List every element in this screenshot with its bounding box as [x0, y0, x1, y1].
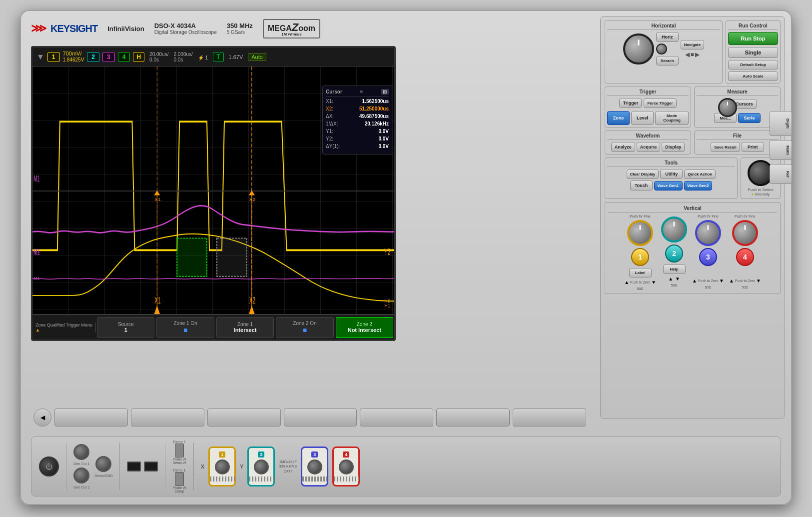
ch4-down[interactable]: ▼: [756, 278, 761, 284]
horiz-btn[interactable]: Horiz: [656, 32, 679, 42]
svg-text:Y1: Y1: [384, 303, 390, 308]
gen-out1-label: Gen Out 1: [73, 462, 89, 466]
digiti-btn[interactable]: Digiti: [770, 111, 792, 136]
trigger-btn[interactable]: Trigger: [619, 98, 642, 108]
trigger-measure-row: Trigger Trigger Force Trigger Zone Level…: [605, 86, 781, 128]
ch4-badge[interactable]: 4: [118, 52, 130, 62]
zone1-on-btn[interactable]: Zone 1 On ■: [156, 317, 214, 338]
ch2-badge[interactable]: 2: [87, 52, 99, 62]
math-btn[interactable]: Math: [770, 140, 792, 160]
ch1-teeth: [210, 476, 235, 482]
svg-text:X2: X2: [249, 196, 255, 202]
print-btn[interactable]: Print: [742, 142, 764, 152]
search-btn[interactable]: Search: [656, 56, 679, 66]
default-setup-btn[interactable]: Default Setup: [728, 60, 778, 70]
ch3-badge[interactable]: 3: [102, 52, 115, 62]
auto-scale-btn[interactable]: Auto Scale: [728, 72, 778, 81]
nav-left[interactable]: ◀: [685, 51, 690, 58]
ch4-pos-knob[interactable]: [732, 220, 758, 246]
softkey-3[interactable]: [207, 408, 281, 426]
acquire-btn[interactable]: Acquire: [637, 142, 661, 152]
save-recall-btn[interactable]: Save Recall: [711, 142, 740, 152]
navigate-btn[interactable]: Navigate: [681, 40, 704, 50]
run-stop-btn[interactable]: Run Stop: [728, 32, 778, 45]
force-trigger-btn[interactable]: Force Trigger: [644, 98, 676, 108]
cursor-dx-row: ΔX: 49.687500us: [326, 114, 389, 119]
back-btn[interactable]: ◀: [33, 408, 51, 426]
ch1-down[interactable]: ▼: [651, 280, 656, 285]
demo2-btn[interactable]: [175, 444, 184, 458]
utility-btn[interactable]: Utility: [660, 169, 683, 179]
zone-btn[interactable]: Zone: [607, 111, 630, 125]
usb-port2[interactable]: [144, 462, 158, 472]
ch2-btn[interactable]: 2: [665, 244, 683, 262]
wave-gen1-btn[interactable]: Wave Gen1: [654, 181, 683, 190]
ch3-down[interactable]: ▼: [719, 278, 724, 284]
softkey-5[interactable]: [360, 408, 433, 426]
ch2-down[interactable]: ▼: [675, 276, 680, 282]
menu-up-arrow[interactable]: ▲: [35, 328, 92, 332]
power-btn[interactable]: ⏻: [39, 456, 59, 476]
analyze-btn[interactable]: Analyze: [611, 142, 635, 152]
touch-btn[interactable]: Touch: [630, 180, 653, 190]
x-label: X: [201, 464, 204, 470]
ch4-bnc[interactable]: 4: [332, 446, 360, 486]
ch3-port[interactable]: [307, 460, 322, 474]
level-btn[interactable]: Level: [631, 111, 654, 125]
ch1-port[interactable]: [215, 460, 230, 474]
serie-btn[interactable]: Serie: [738, 113, 761, 123]
search-knob[interactable]: [656, 44, 667, 54]
intensity-label: Push to Select● Intensity: [748, 188, 774, 196]
wave-gen2-btn[interactable]: Wave Gen2: [684, 181, 713, 190]
ch2-bnc[interactable]: 2: [247, 446, 275, 486]
zone2-type-btn[interactable]: Zone 2 Not Intersect: [336, 317, 393, 338]
usb-port1[interactable]: [127, 462, 141, 472]
single-btn[interactable]: Single: [728, 47, 778, 58]
label-btn[interactable]: Label: [629, 268, 652, 278]
clear-display-btn[interactable]: Clear Display: [627, 170, 659, 179]
nav-stop[interactable]: ■: [691, 51, 694, 58]
ch1-bnc[interactable]: 1: [208, 446, 236, 486]
ch2-up[interactable]: ▲: [668, 276, 673, 282]
source-menu-btn[interactable]: Source 1: [97, 317, 154, 338]
quick-action-btn[interactable]: Quick Action: [684, 170, 716, 179]
zone1-type-btn[interactable]: Zone 1 Intersect: [216, 317, 274, 338]
ch3-btn[interactable]: 3: [699, 248, 717, 266]
ch3-bnc[interactable]: 3: [301, 446, 328, 486]
zone2-on-btn[interactable]: Zone 2 On ■: [276, 317, 333, 338]
ch2-port[interactable]: [254, 460, 269, 474]
ch3-pos-knob[interactable]: [695, 220, 721, 246]
run-control-label: Run Control: [728, 23, 778, 30]
softkey-1[interactable]: [54, 408, 128, 426]
horiz-knob[interactable]: [623, 34, 654, 64]
ch4-btn[interactable]: 4: [736, 248, 754, 266]
ch1-btn[interactable]: 1: [631, 248, 649, 266]
ch-arrow[interactable]: ▼: [36, 52, 44, 62]
ch1-pos-knob[interactable]: [627, 220, 653, 246]
ch1-badge[interactable]: 1: [47, 52, 60, 62]
softkey-6[interactable]: [436, 408, 510, 426]
ch4-up[interactable]: ▲: [729, 278, 734, 284]
demo1-btn[interactable]: [175, 472, 184, 486]
help-btn[interactable]: Help: [663, 264, 686, 274]
h-badge[interactable]: H: [133, 52, 144, 62]
display-btn[interactable]: Display: [662, 142, 685, 152]
ch3-up[interactable]: ▲: [692, 278, 697, 284]
ref-btn[interactable]: Ref: [770, 164, 792, 184]
cursor-y2-row: Y2: 0.0V: [326, 136, 389, 142]
softkey-2[interactable]: [131, 408, 204, 426]
softkey-4[interactable]: [284, 408, 357, 426]
measure-knob[interactable]: [718, 98, 730, 110]
ch2-arrows: ▲ ▼: [668, 276, 680, 282]
ch2-pos-knob[interactable]: [661, 216, 687, 242]
ch4-port[interactable]: [339, 460, 354, 474]
ch1-up[interactable]: ▲: [624, 280, 629, 285]
mode-coupling-btn[interactable]: Mode Coupling: [655, 111, 689, 125]
t-badge[interactable]: T: [213, 52, 223, 62]
right-panel: Horizontal Horiz Search Navigate ◀ ■ ▶: [600, 16, 785, 419]
vertical-section: Vertical Push for Fine 1 Label ▲ Push to…: [605, 202, 781, 294]
sep4: [193, 443, 194, 490]
demo-label: Demo/GND: [94, 474, 112, 478]
nav-right[interactable]: ▶: [695, 51, 700, 58]
softkey-7[interactable]: [513, 408, 586, 426]
